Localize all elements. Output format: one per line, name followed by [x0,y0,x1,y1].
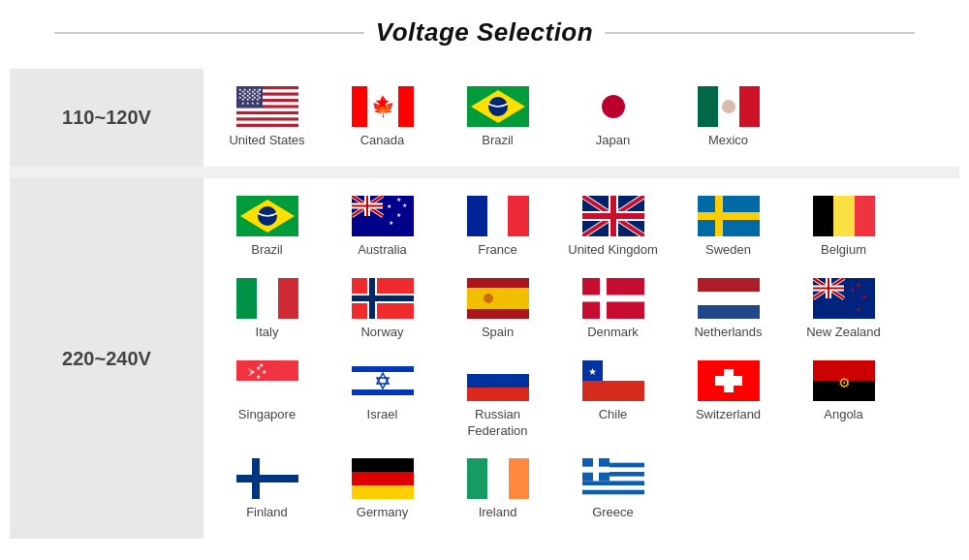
country-item-br: Brazil [442,80,553,155]
country-item-gb: United Kingdom [557,190,669,264]
country-item-il: Israel [327,355,438,446]
country-name-fr: France [478,242,516,259]
svg-rect-159 [582,495,644,500]
country-item-au: ★ ★ ★ ★ ★ Australia [327,190,438,264]
country-item-de: Germany [327,452,438,527]
country-name-se: Sweden [705,242,751,259]
page-wrapper: Voltage Selection 110~120V ★★★★★★ ★★★★★ … [0,0,969,556]
country-item-ru: Russian Federation [442,355,553,446]
voltage-row-0: 110~120V ★★★★★★ ★★★★★ ★★★★★ ★★★★ ★★★★ ★★… [10,69,959,171]
svg-rect-52 [739,86,760,127]
country-name-au: Australia [358,242,407,259]
flag-sg: ☽ ★ ★ ★ ★ ★ [236,360,298,401]
country-item-nz: ✦ ✦ ✦ ✦ New Zealand [788,272,899,347]
svg-rect-51 [698,86,718,127]
country-item-be: Belgium [788,190,899,264]
countries-cell-0: ★★★★★★ ★★★★★ ★★★★★ ★★★★ ★★★★ ★★★★ ★★★★ U… [203,69,959,171]
flag-au: ★ ★ ★ ★ ★ [352,196,414,236]
svg-text:★: ★ [389,220,393,226]
country-item-fr: France [442,190,553,264]
svg-rect-42 [398,86,414,127]
svg-rect-150 [352,472,414,485]
country-item-ao: ⚙ Angola [788,355,899,446]
svg-point-99 [484,294,493,303]
voltage-label-1: 220~240V [10,178,203,539]
svg-rect-129 [352,389,414,395]
country-item-ie: Ireland [442,452,553,527]
svg-rect-98 [467,288,529,309]
country-item-no: Norway [327,272,438,347]
country-name-sg: Singapore [238,407,296,423]
voltage-table: 110~120V ★★★★★★ ★★★★★ ★★★★★ ★★★★ ★★★★ ★★… [10,69,959,539]
country-item-sg: ☽ ★ ★ ★ ★ ★ Singapore [211,355,323,446]
country-name-no: Norway [360,325,403,341]
svg-rect-104 [698,278,760,292]
svg-rect-41 [352,86,367,127]
flag-ca: 🍁 [352,86,414,127]
country-name-es: Spain [482,325,514,341]
flag-es [467,278,529,319]
svg-text:★: ★ [396,212,401,218]
svg-rect-65 [352,204,383,206]
country-name-nz: New Zealand [806,325,881,341]
svg-rect-91 [278,278,298,319]
svg-text:✦: ✦ [856,282,861,289]
svg-rect-88 [855,196,875,236]
svg-text:★: ★ [588,366,597,377]
svg-text:★: ★ [262,369,266,375]
country-name-ao: Angola [824,407,862,423]
svg-rect-4 [236,109,298,111]
svg-rect-96 [352,296,414,301]
flag-dk [582,278,644,319]
svg-rect-133 [467,360,529,374]
country-name-us: United States [229,133,304,149]
svg-rect-85 [698,212,760,220]
country-item-mx: Mexico [672,80,784,155]
country-name-nl: Netherlands [694,325,762,341]
flag-be [813,196,875,236]
countries-grid-0: ★★★★★★ ★★★★★ ★★★★★ ★★★★ ★★★★ ★★★★ ★★★★ U… [211,80,952,155]
country-name-gb: United Kingdom [568,242,658,259]
svg-rect-5 [236,114,298,117]
flag-br [236,196,298,236]
voltage-label-0: 110~120V [10,69,203,171]
flag-ie [467,458,529,499]
countries-cell-1: Brazil ★ ★ ★ ★ ★ Australia France United… [203,178,959,539]
title-row: Voltage Selection [10,17,959,47]
flag-ch [698,360,760,401]
svg-rect-90 [236,278,257,319]
flag-nz: ✦ ✦ ✦ ✦ [813,278,875,319]
flag-it [236,278,298,319]
flag-fi [236,458,298,499]
country-item-se: Sweden [672,190,784,264]
svg-rect-73 [467,196,487,236]
country-name-it: Italy [256,325,279,341]
flag-de [352,458,414,499]
flag-se [698,196,760,236]
country-item-ca: 🍁 Canada [327,80,438,155]
country-item-us: ★★★★★★ ★★★★★ ★★★★★ ★★★★ ★★★★ ★★★★ ★★★★ U… [211,80,323,155]
section-spacer [10,171,959,178]
svg-text:★: ★ [387,203,391,209]
voltage-row-1: 220~240V Brazil ★ ★ ★ ★ ★ Australia Fran… [10,178,959,539]
svg-rect-153 [509,458,529,499]
flag-no [352,278,414,319]
svg-rect-128 [352,366,414,372]
country-item-es: Spain [442,272,553,347]
country-item-cl: ★ Chile [557,355,669,446]
flag-il [352,360,414,401]
flag-mx [698,86,760,127]
page-title: Voltage Selection [376,17,593,47]
svg-text:★: ★ [256,374,261,380]
svg-rect-141 [715,376,742,386]
title-line-right [605,32,915,34]
country-item-fi: Finland [211,452,323,527]
countries-grid-1: Brazil ★ ★ ★ ★ ★ Australia France United… [211,190,952,527]
svg-rect-105 [698,305,760,319]
country-name-jp: Japan [596,133,630,149]
country-item-ch: Switzerland [672,355,784,446]
svg-point-49 [602,95,625,118]
flag-ru [467,360,529,401]
svg-text:✦: ✦ [861,294,867,300]
svg-text:★: ★ [396,197,401,202]
